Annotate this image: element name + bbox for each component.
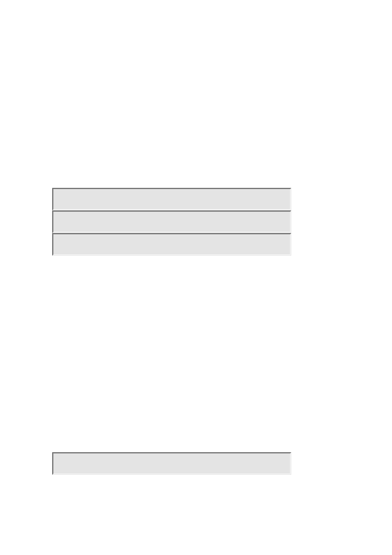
box-group2-row1 xyxy=(52,452,291,475)
box-group1-row3 xyxy=(52,233,291,256)
box-group1-row1 xyxy=(52,188,291,210)
box-group1-row2 xyxy=(52,210,291,233)
